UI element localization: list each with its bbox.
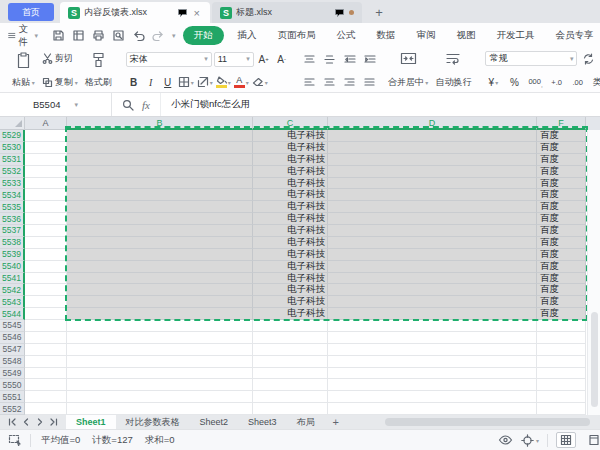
cell-F5537[interactable]: 百度 xyxy=(537,225,586,237)
eye-protect-icon[interactable] xyxy=(498,435,513,446)
cell-A5533[interactable] xyxy=(25,178,67,190)
row-header-5548[interactable]: 5548 xyxy=(0,356,25,368)
ribbon-tab-insert[interactable]: 插入 xyxy=(231,26,264,45)
row-header-5544[interactable]: 5544 xyxy=(0,308,25,320)
fill-color-button[interactable]: ▾ xyxy=(215,74,232,90)
ribbon-tab-membership[interactable]: 会员专享 xyxy=(549,26,600,45)
positioning-button[interactable]: ▾ xyxy=(521,434,539,447)
cell-B5551[interactable] xyxy=(67,391,253,403)
cell-B5537[interactable] xyxy=(67,225,253,237)
cell-B5529[interactable] xyxy=(67,130,253,142)
cell-B5552[interactable] xyxy=(67,403,253,415)
row-header-5547[interactable]: 5547 xyxy=(0,344,25,356)
vertical-scrollbar-thumb[interactable] xyxy=(591,312,598,407)
align-top-button[interactable] xyxy=(302,51,318,67)
cell-F5536[interactable]: 百度 xyxy=(537,213,586,225)
italic-button[interactable]: I xyxy=(143,74,159,90)
cell-C5542[interactable]: 电子科技 xyxy=(253,284,328,296)
cell-A5534[interactable] xyxy=(25,189,67,201)
sheet-tab-sheet3[interactable]: Sheet3 xyxy=(238,415,287,429)
cell-B5538[interactable] xyxy=(67,237,253,249)
cell-F5549[interactable] xyxy=(537,368,586,380)
align-middle-button[interactable] xyxy=(322,51,338,67)
cell-A5552[interactable] xyxy=(25,403,67,415)
cell-A5550[interactable] xyxy=(25,379,67,391)
cell-D5536[interactable] xyxy=(328,213,537,225)
cell-C5529[interactable]: 电子科技 xyxy=(253,130,328,142)
cell-F5539[interactable]: 百度 xyxy=(537,249,586,261)
row-header-5551[interactable]: 5551 xyxy=(0,391,25,403)
cell-D5550[interactable] xyxy=(328,379,537,391)
normal-view-button[interactable] xyxy=(556,432,576,448)
currency-format-button[interactable]: ¥▾ xyxy=(485,74,501,90)
cell-D5543[interactable] xyxy=(328,296,537,308)
cell-F5535[interactable]: 百度 xyxy=(537,201,586,213)
cell-C5547[interactable] xyxy=(253,344,328,356)
row-header-5530[interactable]: 5530 xyxy=(0,142,25,154)
cell-C5540[interactable]: 电子科技 xyxy=(253,261,328,273)
export-button[interactable] xyxy=(72,27,85,44)
cell-F5541[interactable]: 百度 xyxy=(537,273,586,285)
cell-A5542[interactable] xyxy=(25,284,67,296)
cell-D5533[interactable] xyxy=(328,178,537,190)
cell-C5535[interactable]: 电子科技 xyxy=(253,201,328,213)
doc-tab-inactive[interactable]: S 标题.xlsx xyxy=(212,2,362,23)
cell-B5541[interactable] xyxy=(67,273,253,285)
vertical-scrollbar[interactable] xyxy=(587,130,600,415)
underline-button[interactable]: U xyxy=(160,74,176,90)
cell-C5551[interactable] xyxy=(253,391,328,403)
cell-D5537[interactable] xyxy=(328,225,537,237)
cell-A5529[interactable] xyxy=(25,130,67,142)
cell-B5546[interactable] xyxy=(67,332,253,344)
select-all-corner[interactable] xyxy=(0,117,25,130)
undo-button[interactable] xyxy=(132,27,145,44)
cell-A5539[interactable] xyxy=(25,249,67,261)
cell-B5550[interactable] xyxy=(67,379,253,391)
cell-D5548[interactable] xyxy=(328,356,537,368)
draw-border-button[interactable]: ▾ xyxy=(196,74,214,90)
cell-A5535[interactable] xyxy=(25,201,67,213)
cell-A5537[interactable] xyxy=(25,225,67,237)
cell-F5531[interactable]: 百度 xyxy=(537,154,586,166)
cell-C5543[interactable]: 电子科技 xyxy=(253,296,328,308)
cell-A5549[interactable] xyxy=(25,368,67,380)
column-header-a[interactable]: A xyxy=(25,117,67,130)
cell-B5531[interactable] xyxy=(67,154,253,166)
cell-F5538[interactable]: 百度 xyxy=(537,237,586,249)
decrease-indent-button[interactable] xyxy=(342,51,358,67)
row-header-5533[interactable]: 5533 xyxy=(0,178,25,190)
row-header-5541[interactable]: 5541 xyxy=(0,273,25,285)
cut-button[interactable]: 剪切 xyxy=(40,51,80,66)
increase-indent-button[interactable] xyxy=(362,51,378,67)
cell-B5549[interactable] xyxy=(67,368,253,380)
row-header-5539[interactable]: 5539 xyxy=(0,249,25,261)
cell-F5552[interactable] xyxy=(537,403,586,415)
number-format-select[interactable]: 常规▾ xyxy=(485,51,577,66)
cell-D5538[interactable] xyxy=(328,237,537,249)
cell-D5551[interactable] xyxy=(328,391,537,403)
comment-bubble-icon[interactable] xyxy=(177,8,188,18)
horizontal-scrollbar-thumb[interactable] xyxy=(385,418,590,426)
cell-F5547[interactable] xyxy=(537,344,586,356)
name-box[interactable]: B5504 ▾ xyxy=(0,93,112,116)
cell-F5540[interactable]: 百度 xyxy=(537,261,586,273)
cell-C5537[interactable]: 电子科技 xyxy=(253,225,328,237)
ribbon-tab-data[interactable]: 数据 xyxy=(370,26,403,45)
column-header-d[interactable]: D xyxy=(328,117,537,130)
paste-button[interactable]: 粘贴 ▾ xyxy=(10,51,37,90)
cell-F5530[interactable]: 百度 xyxy=(537,142,586,154)
row-header-5529[interactable]: 5529 xyxy=(0,130,25,142)
font-color-button[interactable]: A▾ xyxy=(233,74,250,90)
cell-C5530[interactable]: 电子科技 xyxy=(253,142,328,154)
sheet-tab-sheet2[interactable]: Sheet2 xyxy=(190,415,239,429)
cell-F5532[interactable]: 百度 xyxy=(537,166,586,178)
customize-toolbar-chevron-icon[interactable]: ▾ xyxy=(172,32,176,40)
comma-format-button[interactable]: 000, xyxy=(527,74,543,90)
cell-C5538[interactable]: 电子科技 xyxy=(253,237,328,249)
clear-button[interactable]: ▾ xyxy=(251,74,269,90)
cell-D5549[interactable] xyxy=(328,368,537,380)
sheet-tab-layout[interactable]: 布局 xyxy=(287,415,325,429)
cell-F5543[interactable]: 百度 xyxy=(537,296,586,308)
row-header-5535[interactable]: 5535 xyxy=(0,201,25,213)
cell-B5536[interactable] xyxy=(67,213,253,225)
